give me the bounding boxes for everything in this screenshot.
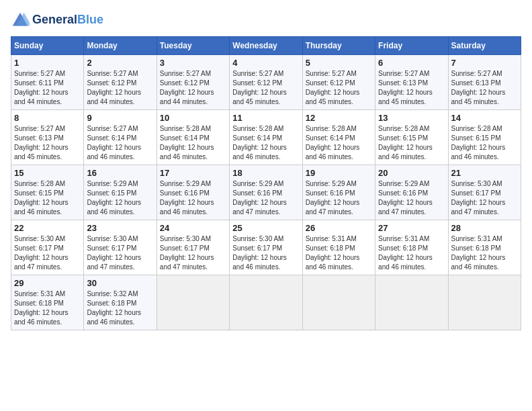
calendar-cell bbox=[157, 275, 229, 330]
day-number: 18 bbox=[232, 168, 299, 178]
day-number: 24 bbox=[160, 223, 226, 233]
day-detail: Sunrise: 5:27 AM Sunset: 6:12 PM Dayligh… bbox=[160, 69, 226, 107]
calendar-cell: 22 Sunrise: 5:30 AM Sunset: 6:17 PM Dayl… bbox=[11, 220, 84, 275]
calendar-cell: 24 Sunrise: 5:30 AM Sunset: 6:17 PM Dayl… bbox=[157, 220, 229, 275]
day-number: 19 bbox=[306, 168, 372, 178]
day-detail: Sunrise: 5:31 AM Sunset: 6:18 PM Dayligh… bbox=[306, 234, 372, 272]
day-detail: Sunrise: 5:32 AM Sunset: 6:18 PM Dayligh… bbox=[87, 289, 153, 327]
day-number: 2 bbox=[87, 58, 153, 68]
day-number: 14 bbox=[451, 113, 518, 123]
week-row-2: 8 Sunrise: 5:27 AM Sunset: 6:13 PM Dayli… bbox=[11, 110, 521, 165]
calendar-cell: 17 Sunrise: 5:29 AM Sunset: 6:16 PM Dayl… bbox=[157, 165, 229, 220]
calendar-cell: 12 Sunrise: 5:28 AM Sunset: 6:14 PM Dayl… bbox=[302, 110, 375, 165]
calendar-cell: 3 Sunrise: 5:27 AM Sunset: 6:12 PM Dayli… bbox=[157, 55, 229, 110]
calendar-cell: 21 Sunrise: 5:30 AM Sunset: 6:17 PM Dayl… bbox=[448, 165, 521, 220]
calendar-cell: 25 Sunrise: 5:30 AM Sunset: 6:17 PM Dayl… bbox=[230, 220, 302, 275]
calendar-cell: 15 Sunrise: 5:28 AM Sunset: 6:15 PM Dayl… bbox=[11, 165, 84, 220]
calendar-cell: 9 Sunrise: 5:27 AM Sunset: 6:14 PM Dayli… bbox=[84, 110, 157, 165]
day-number: 21 bbox=[451, 168, 518, 178]
day-number: 26 bbox=[306, 223, 372, 233]
calendar-cell bbox=[302, 275, 375, 330]
day-detail: Sunrise: 5:30 AM Sunset: 6:17 PM Dayligh… bbox=[160, 234, 226, 272]
day-number: 27 bbox=[378, 223, 445, 233]
day-number: 6 bbox=[378, 58, 445, 68]
day-number: 4 bbox=[232, 58, 299, 68]
day-detail: Sunrise: 5:29 AM Sunset: 6:15 PM Dayligh… bbox=[87, 179, 153, 217]
logo-icon bbox=[11, 11, 30, 30]
day-number: 1 bbox=[14, 58, 81, 68]
calendar-cell: 5 Sunrise: 5:27 AM Sunset: 6:12 PM Dayli… bbox=[302, 55, 375, 110]
weekday-header-wednesday: Wednesday bbox=[230, 37, 302, 55]
day-number: 25 bbox=[232, 223, 299, 233]
day-detail: Sunrise: 5:27 AM Sunset: 6:12 PM Dayligh… bbox=[232, 69, 299, 107]
day-detail: Sunrise: 5:29 AM Sunset: 6:16 PM Dayligh… bbox=[378, 179, 445, 217]
day-number: 30 bbox=[87, 278, 153, 288]
calendar-cell bbox=[448, 275, 521, 330]
day-detail: Sunrise: 5:27 AM Sunset: 6:12 PM Dayligh… bbox=[87, 69, 153, 107]
weekday-header-saturday: Saturday bbox=[448, 37, 521, 55]
calendar-cell: 20 Sunrise: 5:29 AM Sunset: 6:16 PM Dayl… bbox=[375, 165, 448, 220]
calendar-cell: 2 Sunrise: 5:27 AM Sunset: 6:12 PM Dayli… bbox=[84, 55, 157, 110]
day-number: 22 bbox=[14, 223, 81, 233]
calendar-cell: 23 Sunrise: 5:30 AM Sunset: 6:17 PM Dayl… bbox=[84, 220, 157, 275]
weekday-header-thursday: Thursday bbox=[302, 37, 375, 55]
day-detail: Sunrise: 5:27 AM Sunset: 6:14 PM Dayligh… bbox=[87, 124, 153, 162]
day-number: 9 bbox=[87, 113, 153, 123]
day-detail: Sunrise: 5:28 AM Sunset: 6:15 PM Dayligh… bbox=[451, 124, 518, 162]
calendar-cell: 8 Sunrise: 5:27 AM Sunset: 6:13 PM Dayli… bbox=[11, 110, 84, 165]
calendar-cell: 18 Sunrise: 5:29 AM Sunset: 6:16 PM Dayl… bbox=[230, 165, 302, 220]
day-detail: Sunrise: 5:27 AM Sunset: 6:11 PM Dayligh… bbox=[14, 69, 81, 107]
day-detail: Sunrise: 5:28 AM Sunset: 6:14 PM Dayligh… bbox=[306, 124, 372, 162]
day-number: 7 bbox=[451, 58, 518, 68]
calendar-cell bbox=[230, 275, 302, 330]
calendar-cell: 4 Sunrise: 5:27 AM Sunset: 6:12 PM Dayli… bbox=[230, 55, 302, 110]
day-detail: Sunrise: 5:31 AM Sunset: 6:18 PM Dayligh… bbox=[451, 234, 518, 272]
day-detail: Sunrise: 5:28 AM Sunset: 6:14 PM Dayligh… bbox=[160, 124, 226, 162]
header: GeneralBlue bbox=[11, 11, 521, 30]
calendar-cell: 10 Sunrise: 5:28 AM Sunset: 6:14 PM Dayl… bbox=[157, 110, 229, 165]
calendar-cell: 19 Sunrise: 5:29 AM Sunset: 6:16 PM Dayl… bbox=[302, 165, 375, 220]
calendar-cell: 27 Sunrise: 5:31 AM Sunset: 6:18 PM Dayl… bbox=[375, 220, 448, 275]
day-number: 16 bbox=[87, 168, 153, 178]
calendar-cell bbox=[375, 275, 448, 330]
calendar-table: SundayMondayTuesdayWednesdayThursdayFrid… bbox=[11, 36, 521, 330]
day-detail: Sunrise: 5:29 AM Sunset: 6:16 PM Dayligh… bbox=[160, 179, 226, 217]
day-number: 11 bbox=[232, 113, 299, 123]
calendar-cell: 14 Sunrise: 5:28 AM Sunset: 6:15 PM Dayl… bbox=[448, 110, 521, 165]
weekday-header-tuesday: Tuesday bbox=[157, 37, 229, 55]
weekday-header-row: SundayMondayTuesdayWednesdayThursdayFrid… bbox=[11, 37, 521, 55]
day-detail: Sunrise: 5:28 AM Sunset: 6:14 PM Dayligh… bbox=[232, 124, 299, 162]
week-row-3: 15 Sunrise: 5:28 AM Sunset: 6:15 PM Dayl… bbox=[11, 165, 521, 220]
calendar-cell: 11 Sunrise: 5:28 AM Sunset: 6:14 PM Dayl… bbox=[230, 110, 302, 165]
day-detail: Sunrise: 5:30 AM Sunset: 6:17 PM Dayligh… bbox=[232, 234, 299, 272]
day-number: 8 bbox=[14, 113, 81, 123]
day-number: 5 bbox=[306, 58, 372, 68]
day-number: 12 bbox=[306, 113, 372, 123]
weekday-header-friday: Friday bbox=[375, 37, 448, 55]
day-detail: Sunrise: 5:31 AM Sunset: 6:18 PM Dayligh… bbox=[378, 234, 445, 272]
day-detail: Sunrise: 5:29 AM Sunset: 6:16 PM Dayligh… bbox=[306, 179, 372, 217]
day-detail: Sunrise: 5:30 AM Sunset: 6:17 PM Dayligh… bbox=[14, 234, 81, 272]
day-detail: Sunrise: 5:28 AM Sunset: 6:15 PM Dayligh… bbox=[14, 179, 81, 217]
week-row-4: 22 Sunrise: 5:30 AM Sunset: 6:17 PM Dayl… bbox=[11, 220, 521, 275]
day-number: 3 bbox=[160, 58, 226, 68]
calendar-cell: 16 Sunrise: 5:29 AM Sunset: 6:15 PM Dayl… bbox=[84, 165, 157, 220]
calendar-cell: 29 Sunrise: 5:31 AM Sunset: 6:18 PM Dayl… bbox=[11, 275, 84, 330]
logo-text: GeneralBlue bbox=[32, 13, 103, 27]
calendar-cell: 30 Sunrise: 5:32 AM Sunset: 6:18 PM Dayl… bbox=[84, 275, 157, 330]
day-number: 20 bbox=[378, 168, 445, 178]
day-number: 29 bbox=[14, 278, 81, 288]
day-detail: Sunrise: 5:27 AM Sunset: 6:13 PM Dayligh… bbox=[451, 69, 518, 107]
logo: GeneralBlue bbox=[11, 11, 103, 30]
day-number: 28 bbox=[451, 223, 518, 233]
calendar-cell: 1 Sunrise: 5:27 AM Sunset: 6:11 PM Dayli… bbox=[11, 55, 84, 110]
calendar-cell: 6 Sunrise: 5:27 AM Sunset: 6:13 PM Dayli… bbox=[375, 55, 448, 110]
weekday-header-sunday: Sunday bbox=[11, 37, 84, 55]
day-detail: Sunrise: 5:31 AM Sunset: 6:18 PM Dayligh… bbox=[14, 289, 81, 327]
day-detail: Sunrise: 5:29 AM Sunset: 6:16 PM Dayligh… bbox=[232, 179, 299, 217]
day-number: 15 bbox=[14, 168, 81, 178]
day-detail: Sunrise: 5:28 AM Sunset: 6:15 PM Dayligh… bbox=[378, 124, 445, 162]
day-detail: Sunrise: 5:30 AM Sunset: 6:17 PM Dayligh… bbox=[451, 179, 518, 217]
calendar-cell: 28 Sunrise: 5:31 AM Sunset: 6:18 PM Dayl… bbox=[448, 220, 521, 275]
day-detail: Sunrise: 5:27 AM Sunset: 6:13 PM Dayligh… bbox=[378, 69, 445, 107]
